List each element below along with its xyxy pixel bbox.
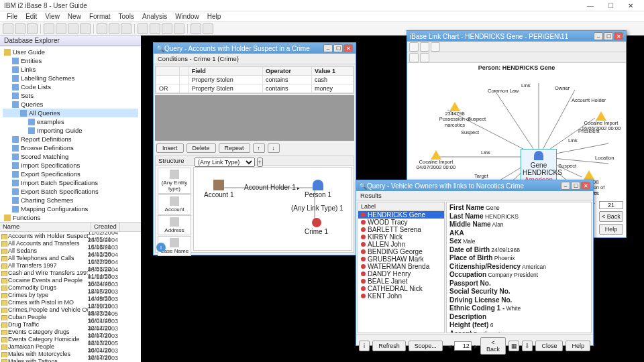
palette-item[interactable]: Address [158, 215, 191, 235]
repeat-button[interactable]: Repeat [219, 143, 250, 153]
tool-icon[interactable] [109, 23, 119, 34]
col-created[interactable]: Created [91, 223, 120, 231]
insert-button[interactable]: Insert [156, 143, 184, 153]
tool-icon[interactable] [56, 23, 66, 34]
result-item[interactable]: BARLETT Serena [358, 226, 444, 233]
close-icon[interactable]: ✕ [343, 44, 353, 52]
record-nav-icon[interactable]: ▸ [474, 343, 478, 350]
help-button[interactable]: Help [599, 224, 623, 235]
minimize-icon[interactable]: – [594, 32, 603, 40]
help-button[interactable]: Help [566, 341, 590, 351]
tree-node[interactable]: Report Definitions [3, 135, 138, 143]
tool-icon[interactable] [68, 23, 78, 34]
info-icon[interactable]: i [359, 341, 370, 351]
maximize-button[interactable]: ☐ [601, 1, 620, 11]
result-item[interactable]: BENDING George [358, 248, 444, 255]
tool-icon[interactable] [420, 53, 429, 62]
tree-node[interactable]: Labelling Schemes [3, 74, 138, 82]
back-button[interactable]: < Back [599, 211, 623, 222]
tree-node[interactable]: Browse Definitions [3, 143, 138, 152]
tree-node[interactable]: Import Specifications [3, 161, 138, 170]
maximize-icon[interactable]: ☐ [604, 32, 613, 40]
node-person[interactable]: Person 1 [305, 180, 331, 198]
tree-node[interactable]: Charting Schemes [3, 196, 138, 204]
explorer-tree[interactable]: User GuideEntitiesLinksLabelling Schemes… [0, 46, 141, 222]
close-icon[interactable]: ✕ [614, 32, 623, 40]
results-list[interactable]: Label HENDRICKS GeneWOOD TracyBARLETT Se… [358, 202, 445, 333]
result-item[interactable]: GRUBSHAW Mark [358, 255, 444, 263]
tool-icon[interactable] [138, 23, 148, 34]
qr-titlebar[interactable]: 🔍 Query - Vehicle Owners with links to N… [356, 180, 593, 191]
tool-icon[interactable] [174, 23, 184, 34]
menu-analysis[interactable]: Analysis [138, 13, 171, 20]
tree-node[interactable]: User Guide [3, 48, 138, 56]
tree-node[interactable]: Sets [3, 91, 138, 100]
tree-node[interactable]: examples [3, 117, 138, 126]
tree-node[interactable]: Links [3, 65, 138, 74]
tree-node[interactable]: Code Lists [3, 82, 138, 91]
close-button[interactable]: Close [535, 341, 563, 351]
minimize-icon[interactable]: – [323, 44, 333, 52]
result-item[interactable]: KENT John [358, 292, 444, 300]
tool-icon[interactable] [409, 42, 419, 52]
result-item[interactable]: WATERMAN Brenda [358, 263, 444, 270]
tool-icon[interactable] [150, 23, 160, 34]
chart-icon[interactable]: ▦ [508, 341, 519, 351]
move-up-icon[interactable]: ↑ [253, 143, 265, 153]
tool-icon[interactable] [191, 23, 201, 34]
tree-node[interactable]: Queries [3, 100, 138, 109]
minimize-button[interactable]: — [581, 1, 600, 11]
tree-node[interactable]: Importing Guide [3, 126, 138, 135]
page-input[interactable] [454, 341, 472, 351]
node-crime[interactable]: Crime 1 [305, 218, 328, 235]
tool-icon[interactable] [27, 23, 38, 34]
add-icon[interactable]: + [257, 158, 263, 167]
result-item[interactable]: BEALE Janet [358, 278, 444, 285]
maximize-icon[interactable]: ☐ [333, 44, 343, 52]
tree-node[interactable]: Entities [3, 56, 138, 65]
move-down-icon[interactable]: ↓ [268, 143, 280, 153]
result-item[interactable]: HENDRICKS Gene [358, 211, 444, 219]
tool-icon[interactable] [431, 42, 440, 52]
chart-node[interactable]: 2344798Possession of narcotics [431, 102, 478, 128]
linktype-dropdown[interactable]: (Any Link Type) + [195, 158, 263, 167]
maximize-icon[interactable]: ☐ [571, 182, 580, 190]
tool-icon[interactable] [420, 42, 429, 52]
menu-format[interactable]: Format [85, 13, 115, 20]
tool-icon[interactable] [15, 23, 25, 34]
back-button[interactable]: < Back [480, 337, 506, 355]
details-panel[interactable]: First Name GeneLast Name HENDRICKSMiddle… [446, 202, 592, 333]
tree-node[interactable]: Import Batch Specifications [3, 178, 138, 187]
result-item[interactable]: ALLEN John [358, 241, 444, 248]
conditions-grid[interactable]: FieldOperatorValue 1Property Stolenconta… [155, 66, 354, 94]
result-item[interactable]: CATHEDRAL Nick [358, 285, 444, 292]
tool-icon[interactable] [121, 23, 131, 34]
qb-titlebar[interactable]: 🔍 Query - Accounts with Holder Suspect i… [154, 43, 356, 54]
lc-titlebar[interactable]: iBase Link Chart - HENDRICKS Gene - PER\… [407, 31, 626, 42]
structure-canvas[interactable]: Account 1 Account Holder 1 ▸ Person 1 (A… [193, 167, 352, 251]
tree-node[interactable]: Export Specifications [3, 170, 138, 178]
result-item[interactable]: WOOD Tracy [358, 219, 444, 226]
tree-node[interactable]: Export Batch Specifications [3, 187, 138, 196]
tool-icon[interactable] [203, 23, 213, 34]
tree-node[interactable]: All Queries [3, 109, 138, 117]
tree-node[interactable]: Functions [3, 213, 138, 222]
tool-icon[interactable] [97, 23, 107, 34]
delete-button[interactable]: Delete [186, 143, 216, 153]
close-button[interactable]: ✕ [621, 1, 640, 11]
link-any[interactable]: (Any Link Type) 1 [291, 204, 343, 212]
tree-node[interactable]: Mapping Configurations [3, 204, 138, 213]
scope-button[interactable]: Scope... [409, 341, 443, 351]
menu-view[interactable]: View [41, 13, 64, 20]
menu-tools[interactable]: Tools [115, 13, 138, 20]
tool-icon[interactable] [80, 23, 91, 34]
export-icon[interactable]: ⇩ [522, 341, 533, 351]
menu-edit[interactable]: Edit [21, 13, 41, 20]
menu-file[interactable]: File [3, 13, 21, 20]
tool-icon[interactable] [409, 53, 419, 62]
col-label[interactable]: Label [358, 202, 444, 211]
result-item[interactable]: DANDY Henry [358, 270, 444, 278]
link-account-holder[interactable]: Account Holder 1 ▸ [244, 184, 300, 191]
info-icon[interactable]: i [156, 243, 166, 252]
node-account[interactable]: Account 1 [204, 180, 233, 198]
